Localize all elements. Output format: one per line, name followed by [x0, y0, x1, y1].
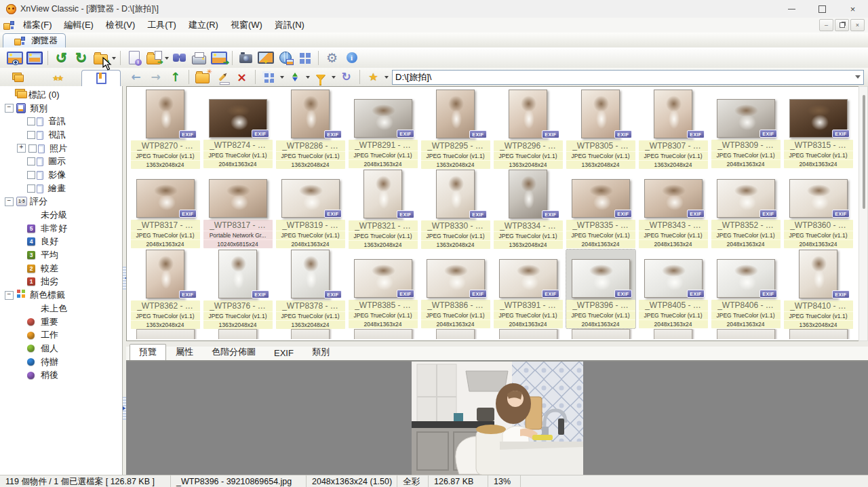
tree-item-cat-drawing[interactable]: 繪畫	[0, 182, 122, 195]
thumb-wtp8321[interactable]: EXIF_WTP8321 - …JPEG TrueColor (v1.1)136…	[349, 170, 418, 248]
menu-file[interactable]: 檔案(F)	[17, 18, 58, 33]
thumb-wtp8307[interactable]: EXIF_WTP8307 - …JPEG TrueColor (v1.1)136…	[639, 90, 708, 168]
tree-item-label-none[interactable]: 未上色	[0, 302, 122, 315]
tree-expander[interactable]	[17, 318, 24, 326]
scrollbar-thumb[interactable]	[863, 95, 865, 209]
tree-item-rating-1[interactable]: 1拙劣	[0, 275, 122, 289]
rotate-cw-button[interactable]: ↻	[71, 49, 91, 66]
tree-item-label-later[interactable]: 稍後	[0, 368, 122, 382]
thumb-wtp8286[interactable]: EXIF_WTP8286 - …JPEG TrueColor (v1.1)136…	[276, 90, 345, 168]
tree-expander[interactable]	[17, 252, 24, 259]
refresh-button[interactable]: ↻	[336, 69, 356, 86]
rotate-ccw-button[interactable]: ↺	[52, 49, 71, 66]
tree-item-rating-2[interactable]: 2較差	[0, 262, 122, 275]
thumb-wtp8296[interactable]: EXIF_WTP8296 - …JPEG TrueColor (v1.1)136…	[494, 90, 563, 168]
tab-histogram[interactable]: 色階分佈圖	[203, 345, 264, 360]
thumbnail-partial[interactable]	[203, 329, 273, 339]
menu-tools[interactable]: 工具(T)	[141, 18, 182, 33]
panel-tab-favorites[interactable]: ★★	[38, 71, 76, 86]
tree-expander[interactable]	[17, 158, 24, 165]
thumb-wtp8291[interactable]: EXIF_WTP8291 - …JPEG TrueColor (v1.1)204…	[349, 90, 418, 168]
tree-item-label-personal[interactable]: 個人	[0, 342, 122, 355]
properties-button[interactable]	[124, 49, 144, 66]
thumb-wtp8376[interactable]: EXIF_WTP8376 - …JPEG TrueColor (v1.1)136…	[203, 250, 273, 328]
tree-item-label-work[interactable]: 工作	[0, 328, 122, 342]
export-button[interactable]	[209, 49, 229, 66]
slideshow-button[interactable]	[256, 49, 275, 66]
tree-expander[interactable]	[17, 345, 24, 352]
thumbnail-partial[interactable]	[494, 329, 563, 339]
maximize-button[interactable]	[807, 0, 837, 18]
thumb-wtp8334[interactable]: EXIF_WTP8334 - …JPEG TrueColor (v1.1)136…	[494, 170, 563, 248]
thumb-wtp8343[interactable]: EXIF_WTP8343 - …JPEG TrueColor (v1.1)204…	[639, 170, 708, 248]
tree-expander[interactable]	[17, 372, 24, 379]
thumb-wtp8405[interactable]: EXIF_WTP8405 - …JPEG TrueColor (v1.1)204…	[639, 250, 708, 328]
thumbnail-partial[interactable]	[784, 329, 853, 339]
thumb-wtp8352[interactable]: EXIF_WTP8352 - …JPEG TrueColor (v1.1)204…	[711, 170, 781, 248]
tree-expander[interactable]	[17, 265, 24, 272]
tree-expander[interactable]	[17, 212, 24, 219]
thumb-wtp8270[interactable]: EXIF_WTP8270 - …JPEG TrueColor (v1.1)136…	[131, 90, 200, 168]
tree-item-tags[interactable]: 標記 (0)	[0, 88, 122, 102]
menu-view[interactable]: 檢視(V)	[100, 18, 141, 33]
thumb-wtp8295[interactable]: EXIF_WTP8295 - …JPEG TrueColor (v1.1)136…	[421, 90, 490, 168]
thumb-wtp8335[interactable]: EXIF_WTP8335 - …JPEG TrueColor (v1.1)204…	[566, 170, 635, 248]
tree-expander[interactable]	[5, 197, 14, 206]
capture-button[interactable]	[236, 49, 256, 66]
menu-create[interactable]: 建立(R)	[182, 18, 224, 33]
thumb-wtp8309[interactable]: EXIF_WTP8309 - …JPEG TrueColor (v1.1)204…	[711, 90, 781, 168]
panel-tab-folders[interactable]	[0, 71, 38, 86]
thumb-wtp8319[interactable]: EXIF_WTP8319 - …JPEG TrueColor (v1.1)204…	[276, 170, 345, 248]
forward-button[interactable]: →	[146, 69, 165, 86]
tree-item-rating-4[interactable]: 4良好	[0, 235, 122, 249]
favorites-button[interactable]: ★	[363, 69, 383, 86]
tree-expander[interactable]	[5, 91, 12, 98]
tab-preview[interactable]: 預覽	[130, 344, 166, 360]
tab-properties[interactable]: 屬性	[167, 345, 202, 360]
thumbnail-partial[interactable]	[711, 329, 781, 339]
tab-exif[interactable]: EXIF	[265, 347, 302, 360]
print-button[interactable]	[189, 49, 209, 66]
tree-item-cat-icon[interactable]: 圖示	[0, 155, 122, 168]
tree-expander[interactable]	[17, 238, 24, 246]
thumbnail-scrollbar[interactable]	[859, 86, 868, 341]
new-folder-button[interactable]	[193, 69, 212, 86]
tree-expander[interactable]	[5, 291, 14, 300]
tree-expander[interactable]	[17, 131, 24, 138]
view-mode-button[interactable]	[259, 69, 279, 86]
thumb-wtp8386[interactable]: EXIF_WTP8386 - …JPEG TrueColor (v1.1)204…	[421, 250, 490, 328]
thumb-wtp8305[interactable]: EXIF_WTP8305 - …JPEG TrueColor (v1.1)136…	[566, 90, 635, 168]
tree-item-cat-image[interactable]: 影像	[0, 168, 122, 182]
tree-item-rating-5[interactable]: 5非常好	[0, 222, 122, 235]
sort-dropdown[interactable]	[304, 68, 311, 86]
tree-item-cat-photo[interactable]: 照片	[0, 142, 122, 155]
tree-expander[interactable]	[17, 358, 24, 366]
filter-dropdown[interactable]	[330, 68, 336, 86]
about-button[interactable]	[342, 49, 361, 66]
thumb-wtp8362[interactable]: EXIF_WTP8362 - …JPEG TrueColor (v1.1)136…	[131, 250, 200, 328]
filter-button[interactable]	[311, 69, 330, 86]
thumb-wtp8317-png[interactable]: EXIF_WTP8317 - …Portable Network Gr...10…	[203, 170, 273, 248]
address-dropdown-icon[interactable]	[852, 71, 863, 84]
tree-expander[interactable]	[5, 104, 14, 113]
up-button[interactable]: ↑	[165, 69, 185, 86]
thumb-wtp8315[interactable]: EXIF_WTP8315 - …JPEG TrueColor (v1.1)204…	[784, 90, 853, 168]
tree-item-cat-video[interactable]: 視訊	[0, 128, 122, 142]
back-button[interactable]: ←	[126, 69, 146, 86]
fullscreen-button[interactable]	[24, 49, 44, 66]
tree-item-rating[interactable]: 評分	[0, 195, 122, 209]
panel-tab-categories[interactable]	[81, 70, 121, 86]
tree-item-rating-none[interactable]: 未分級	[0, 208, 122, 222]
thumb-wtp8378[interactable]: EXIF_WTP8378 - …JPEG TrueColor (v1.1)136…	[276, 250, 345, 328]
thumbnail-partial[interactable]	[566, 329, 635, 339]
thumb-wtp8274[interactable]: EXIF_WTP8274 - …JPEG TrueColor (v1.1)204…	[203, 90, 273, 168]
close-button[interactable]: ×	[837, 0, 868, 18]
tree-item-color-labels[interactable]: 顏色標籤	[0, 288, 122, 302]
open-with-dropdown[interactable]	[163, 47, 170, 68]
thumbnail-partial[interactable]	[421, 329, 490, 339]
menu-edit[interactable]: 編輯(E)	[58, 18, 100, 33]
menu-window[interactable]: 視窗(W)	[224, 18, 269, 33]
thumbnail-partial[interactable]	[639, 329, 708, 339]
delete-button[interactable]: ×	[232, 69, 252, 86]
thumb-wtp8406[interactable]: EXIF_WTP8406 - …JPEG TrueColor (v1.1)204…	[711, 250, 781, 328]
